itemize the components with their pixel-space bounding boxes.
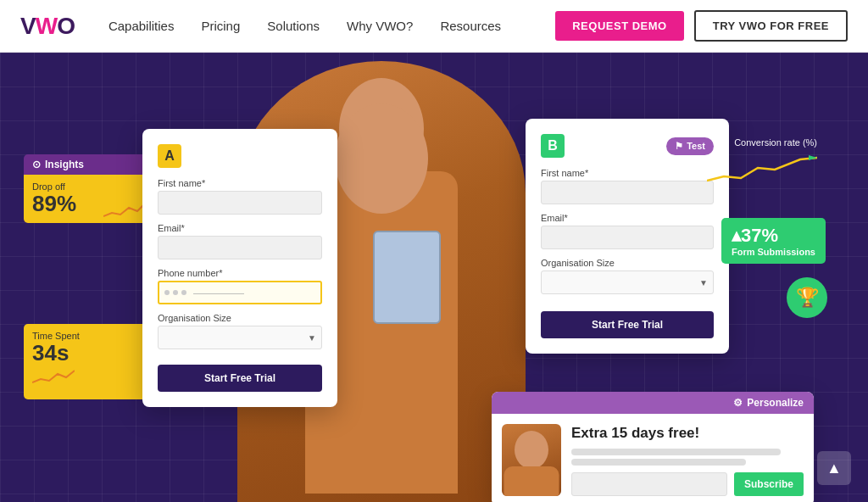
insights-label: Insights [45,159,84,170]
form-b-first-name-input[interactable] [541,181,714,204]
personalize-avatar [502,424,561,496]
form-b-org-label: Organisation Size [541,258,714,268]
form-b-header: B ⚑ Test [541,134,714,158]
personalize-label-text: Personalize [747,397,804,409]
form-a-first-name-input[interactable] [158,191,322,215]
personalize-widget: ⚙ Personalize Extra 15 days free! Subscr… [492,392,814,502]
percent-badge: ▴37% Form Submissions [721,218,826,264]
trophy-badge: 🏆 [787,277,827,318]
timespent-body: Time Spent 34s [24,324,149,399]
subscribe-button[interactable]: Subscribe [734,472,804,496]
percent-value: ▴37% [732,225,815,247]
test-label: Test [687,141,705,151]
conversion-label: Conversion rate (%) [707,137,817,148]
hero-section: ⊙ Insights Drop off 89% Time Spent 34s A… [0,53,868,502]
form-b-email-input[interactable] [541,226,714,249]
scroll-top-icon: ▲ [826,460,842,477]
form-b-org-group: Organisation Size ▼ [541,258,714,294]
timespent-sparkline [32,365,75,389]
request-demo-button[interactable]: REQUEST DEMO [555,11,683,41]
form-a-first-name-group: First name* [158,178,322,215]
nav-capabilities[interactable]: Capabilities [108,19,175,33]
form-a-select-arrow: ▼ [308,333,316,343]
form-a-org-label: Organisation Size [158,313,322,323]
form-a-email-input[interactable] [158,236,322,259]
logo[interactable]: VWO [20,13,75,40]
form-b-email-group: Email* [541,213,714,249]
form-b-email-label: Email* [541,213,714,223]
subscribe-row: Subscribe [571,472,804,496]
form-b-first-name-group: First name* [541,168,714,204]
form-a-card: A First name* Email* Phone number* —————… [142,129,337,407]
timespent-widget: Time Spent 34s [24,324,149,399]
personalize-line-1 [571,449,781,455]
nav-actions: REQUEST DEMO TRY VWO FOR FREE [555,10,848,42]
personalize-line-2 [571,459,746,466]
subscribe-input[interactable] [571,472,727,496]
form-a-org-select[interactable]: ▼ [158,326,322,349]
form-a-phone-input[interactable]: —————— [158,281,322,304]
personalize-label: ⚙ Personalize [733,397,804,409]
insights-icon: ⊙ [32,159,41,170]
form-a-variant-label: A [158,144,181,168]
personalize-lines [571,449,804,466]
try-vwo-free-button[interactable]: TRY VWO FOR FREE [694,10,848,42]
nav-solutions[interactable]: Solutions [267,19,320,33]
svg-marker-0 [809,155,817,160]
personalize-icon: ⚙ [733,397,743,409]
nav-links: Capabilities Pricing Solutions Why VWO? … [108,19,555,33]
nav-pricing[interactable]: Pricing [201,19,240,33]
conversion-chart: Conversion rate (%) [707,137,817,188]
personalize-body: Extra 15 days free! Subscribe [492,414,814,502]
form-a-start-trial-button[interactable]: Start Free Trial [158,365,322,392]
test-icon: ⚑ [675,141,683,152]
form-b-start-trial-button[interactable]: Start Free Trial [541,311,714,338]
nav-resources[interactable]: Resources [440,19,501,33]
form-a-email-group: Email* [158,223,322,259]
personalize-title: Extra 15 days free! [571,425,804,442]
form-submissions-label: Form Submissions [732,247,815,257]
sparkline-chart [103,196,146,220]
form-b-card: B ⚑ Test First name* Email* Organisation… [526,119,729,354]
insights-header: ⊙ Insights [24,154,149,175]
conversion-line-chart [707,151,817,185]
trophy-icon: 🏆 [796,287,819,309]
personalize-content: Extra 15 days free! Subscribe [571,425,804,496]
form-a-org-group: Organisation Size ▼ [158,313,322,349]
form-b-org-select[interactable]: ▼ [541,271,714,294]
navbar: VWO Capabilities Pricing Solutions Why V… [0,0,868,53]
timespent-value: 34s [32,341,141,365]
form-a-phone-label: Phone number* [158,268,322,278]
insights-body: Drop off 89% [24,175,149,223]
scroll-top-button[interactable]: ▲ [817,451,851,485]
form-a-email-label: Email* [158,223,322,233]
form-b-variant-label: B [541,134,565,158]
form-a-first-name-label: First name* [158,178,322,188]
nav-why-vwo[interactable]: Why VWO? [347,19,413,33]
form-a-phone-group: Phone number* —————— [158,268,322,304]
personalize-header: ⚙ Personalize [492,392,814,414]
form-b-first-name-label: First name* [541,168,714,178]
form-b-select-arrow: ▼ [699,278,708,287]
insights-widget: ⊙ Insights Drop off 89% [24,154,149,223]
